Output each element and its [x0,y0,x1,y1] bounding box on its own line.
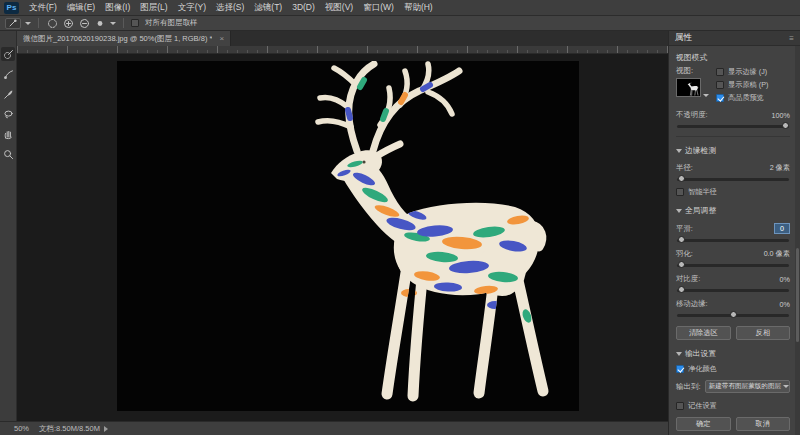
high-quality-preview-checkbox[interactable] [716,94,724,102]
hand-icon [3,129,14,140]
smooth-slider[interactable] [677,239,789,242]
toolbar [0,31,17,421]
shift-edge-slider-thumb[interactable] [730,311,737,318]
smart-radius-checkbox[interactable] [676,188,684,196]
menu-view[interactable]: 视图(V) [320,0,358,15]
feather-slider-thumb[interactable] [678,261,685,268]
smooth-value-input[interactable]: 0 [774,223,790,234]
ok-button[interactable]: 确定 [676,417,731,431]
show-original-row[interactable]: 显示原稿 (P) [716,80,768,90]
opacity-slider-thumb[interactable] [782,122,789,129]
remember-settings-checkbox[interactable] [676,402,684,410]
shift-edge-label: 移动边缘: [676,299,708,309]
status-dropdown-arrow-icon[interactable] [104,426,108,432]
smart-radius-label: 智能半径 [688,187,717,197]
shift-edge-value[interactable]: 0% [780,300,790,309]
remember-settings-row[interactable]: 记住设置 [676,401,790,411]
global-refinements-section[interactable]: 全局调整 [676,205,790,216]
subtract-from-selection-icon[interactable] [78,17,90,29]
hand-tool[interactable] [1,127,15,141]
refine-edge-brush-tool[interactable] [1,67,15,81]
tool-preset-arrow-icon[interactable] [25,22,31,25]
high-quality-preview-row[interactable]: 高品质预览 [716,93,768,103]
cancel-button[interactable]: 取消 [736,417,791,431]
menu-edit[interactable]: 编辑(E) [62,0,100,15]
menu-filter[interactable]: 滤镜(T) [249,0,287,15]
opacity-value[interactable]: 100% [772,111,790,120]
sample-all-layers-checkbox[interactable] [131,19,139,27]
sample-all-layers-label: 对所有图层取样 [145,18,198,28]
panel-scrollbar[interactable] [795,46,800,435]
menu-layer[interactable]: 图层(L) [135,0,172,15]
output-to-dropdown[interactable]: 新建带有图层蒙版的图层 [705,380,790,393]
feather-value[interactable]: 0.0 像素 [764,249,790,259]
deer-statue-image [117,61,579,411]
edge-detection-section-label: 边缘检测 [685,145,716,156]
clear-selection-button[interactable]: 清除选区 [676,326,731,340]
radius-slider-thumb[interactable] [678,175,685,182]
contrast-slider-thumb[interactable] [678,286,685,293]
add-to-selection-icon[interactable] [62,17,74,29]
lasso-tool[interactable] [1,107,15,121]
output-settings-section-label: 输出设置 [685,348,716,359]
show-edge-row[interactable]: 显示边缘 (J) [716,67,768,77]
document-tab-title: 微信图片_20170620190238.jpg @ 50%(图层 1, RGB/… [23,34,212,44]
panel-scrollbar-thumb[interactable] [796,248,799,341]
photoshop-window: Ps 文件(F) 编辑(E) 图像(I) 图层(L) 文字(Y) 选择(S) 滤… [0,0,800,435]
zoom-level[interactable]: 50% [14,424,29,433]
edge-detection-collapse-icon[interactable] [676,149,682,153]
opacity-slider[interactable] [677,125,789,128]
view-mode-dropdown-arrow[interactable] [703,94,709,97]
quick-selection-tool[interactable] [1,47,15,61]
opacity-label: 不透明度: [676,110,708,120]
panel-menu-icon[interactable]: ≡ [789,34,794,43]
brush-size-dropdown[interactable] [94,17,106,29]
invert-button[interactable]: 反相 [736,326,791,340]
smooth-slider-thumb[interactable] [678,236,685,243]
feather-slider[interactable] [677,264,789,267]
show-edge-checkbox[interactable] [716,68,724,76]
global-refinements-collapse-icon[interactable] [676,209,682,213]
edge-detection-section[interactable]: 边缘检测 [676,145,790,156]
tab-close-icon[interactable]: × [219,35,224,43]
document-tab-bar: 微信图片_20170620190238.jpg @ 50%(图层 1, RGB/… [17,31,668,46]
brush-tool[interactable] [1,87,15,101]
smooth-label: 平滑: [676,224,693,234]
new-selection-icon[interactable] [46,17,58,29]
contrast-value[interactable]: 0% [780,275,790,284]
smart-radius-row[interactable]: 智能半径 [676,187,790,197]
view-mode-thumbnail[interactable] [676,78,701,97]
properties-panel-body: 视图模式 视图: 显示边缘 (J) [669,46,795,435]
output-to-label: 输出到: [676,382,701,392]
current-tool-icon[interactable] [5,18,21,29]
zoom-tool[interactable] [1,147,15,161]
output-settings-section[interactable]: 输出设置 [676,348,790,359]
output-settings-collapse-icon[interactable] [676,352,682,356]
show-original-checkbox[interactable] [716,81,724,89]
feather-label: 羽化: [676,249,693,259]
menu-help[interactable]: 帮助(H) [399,0,438,15]
decontaminate-checkbox[interactable] [676,365,684,373]
view-mode-section-label: 视图模式 [676,52,707,63]
shift-edge-slider[interactable] [677,314,789,317]
decontaminate-row[interactable]: 净化颜色 [676,364,790,374]
menu-file[interactable]: 文件(F) [24,0,62,15]
brush-size-arrow-icon[interactable] [110,22,116,25]
options-separator-2 [123,18,124,28]
document-info[interactable]: 文档:8.50M/8.50M [39,424,108,434]
radius-slider[interactable] [677,178,789,181]
canvas-area[interactable] [17,54,668,421]
document-tab[interactable]: 微信图片_20170620190238.jpg @ 50%(图层 1, RGB/… [17,31,231,46]
menu-type[interactable]: 文字(Y) [173,0,211,15]
menu-select[interactable]: 选择(S) [211,0,249,15]
view-mode-section[interactable]: 视图模式 [676,52,790,63]
menu-image[interactable]: 图像(I) [100,0,135,15]
radius-value[interactable]: 2 像素 [770,163,790,173]
contrast-slider[interactable] [677,289,789,292]
view-mode-row: 视图: 显示边缘 (J) 显示原稿 (P) [676,66,790,103]
document-image[interactable] [117,61,579,411]
properties-panel-header: 属性 ≡ [669,31,800,46]
properties-panel: 属性 ≡ 视图模式 视图: [668,31,800,435]
menu-window[interactable]: 窗口(W) [358,0,399,15]
menu-3d[interactable]: 3D(D) [287,0,320,15]
